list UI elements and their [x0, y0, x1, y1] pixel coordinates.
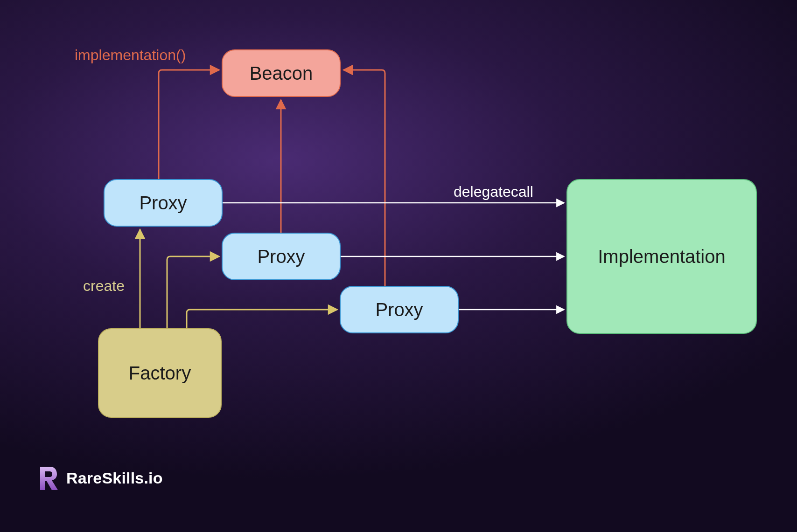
node-implementation: Implementation [566, 179, 757, 334]
brand-name: RareSkills.io [66, 469, 163, 487]
node-proxy-1: Proxy [104, 179, 223, 227]
node-proxy-2: Proxy [222, 233, 341, 280]
edge-proxy3-beacon [343, 70, 385, 286]
logo-icon [37, 466, 58, 490]
edge-factory-proxy2 [167, 256, 219, 328]
edge-proxy1-beacon [159, 70, 219, 179]
node-proxy-3: Proxy [340, 286, 459, 333]
label-delegatecall: delegatecall [454, 183, 533, 200]
label-create: create [83, 277, 125, 295]
edge-factory-proxy3 [187, 310, 337, 328]
node-beacon: Beacon [222, 49, 341, 97]
brand: RareSkills.io [37, 466, 163, 490]
label-implementation-call: implementation() [75, 47, 186, 64]
node-factory: Factory [98, 328, 222, 418]
diagram-stage: implementation() create delegatecall Bea… [0, 0, 797, 532]
